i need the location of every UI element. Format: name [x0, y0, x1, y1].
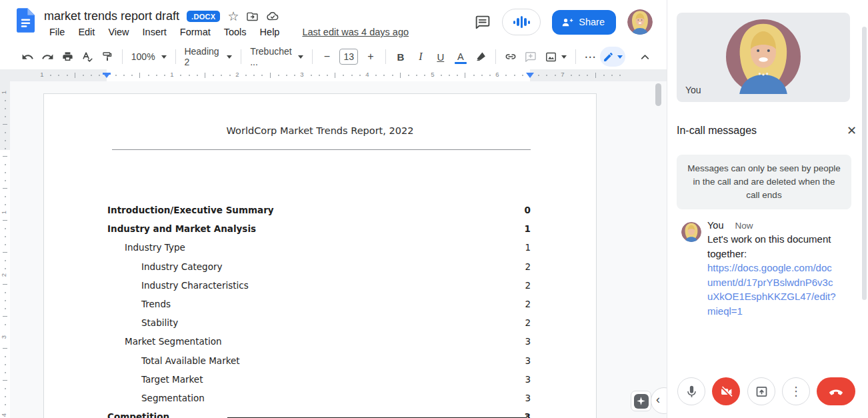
- toc-label: Trends: [141, 299, 171, 309]
- paragraph-style-select[interactable]: Heading 2: [180, 48, 236, 65]
- more-tools-button[interactable]: ⋯: [581, 48, 599, 65]
- toc-row[interactable]: Industry and Market Analysis1: [107, 223, 531, 237]
- ruler-tick: [180, 75, 181, 76]
- toc-row[interactable]: Industry Type1: [107, 242, 531, 255]
- menu-tools[interactable]: Tools: [224, 27, 247, 37]
- menu-help[interactable]: Help: [260, 27, 280, 37]
- ruler-tick: [5, 164, 6, 165]
- toc-row[interactable]: Target Market3: [107, 374, 531, 387]
- toc-row[interactable]: Stability2: [107, 317, 531, 331]
- menu-file[interactable]: File: [49, 27, 65, 37]
- comment-history-icon[interactable]: [474, 14, 491, 31]
- document-page[interactable]: WorldCorp Market Trends Report, 2022 Int…: [43, 93, 597, 418]
- camera-off-button[interactable]: [712, 377, 740, 405]
- document-link-line[interactable]: https://docs.google.com/doc: [707, 261, 857, 275]
- undo-button[interactable]: [19, 48, 36, 65]
- toc-row[interactable]: Total Available Market3: [107, 355, 531, 369]
- italic-button[interactable]: I: [412, 48, 429, 65]
- side-panel-collapse-tab[interactable]: ‹: [651, 387, 667, 414]
- message-avatar: [681, 222, 701, 242]
- star-icon[interactable]: ☆: [227, 10, 239, 23]
- ruler-tick: [3, 284, 7, 285]
- ruler-tick: [5, 100, 6, 101]
- join-call-button[interactable]: [502, 9, 541, 35]
- toc-row[interactable]: Segmentation3: [107, 393, 531, 406]
- toc-row[interactable]: Competition3: [107, 411, 531, 418]
- present-screen-button[interactable]: [747, 377, 775, 405]
- add-comment-button[interactable]: [522, 48, 539, 65]
- horizontal-ruler[interactable]: 11234567: [10, 69, 667, 81]
- ruler-tick: [5, 308, 6, 309]
- ruler-tick: [5, 372, 6, 373]
- vertical-ruler[interactable]: 11234: [0, 81, 10, 418]
- toc-row[interactable]: Industry Category2: [107, 261, 531, 275]
- ruler-tick: [5, 108, 6, 109]
- message-author: You: [707, 220, 723, 231]
- panel-title: In-call messages: [677, 125, 757, 137]
- document-scrollbar[interactable]: [655, 83, 661, 106]
- document-link-line[interactable]: uXkOE1EsphKKZGL47/edit?: [707, 289, 857, 304]
- hide-menus-button[interactable]: [636, 48, 653, 65]
- font-select[interactable]: Trebuchet ...: [246, 48, 307, 65]
- ruler-tick: [400, 73, 401, 78]
- chevron-down-icon: [561, 55, 567, 59]
- insert-link-button[interactable]: [502, 48, 519, 65]
- increase-font-button[interactable]: +: [362, 48, 379, 65]
- redo-button[interactable]: [39, 48, 56, 65]
- underline-button[interactable]: U: [432, 48, 449, 65]
- document-link-line[interactable]: mieql=1: [707, 304, 857, 319]
- zoom-select[interactable]: 100%: [127, 48, 171, 65]
- share-button[interactable]: Share: [552, 10, 616, 35]
- self-video-tile[interactable]: You: [677, 13, 850, 102]
- present-screen-icon: [755, 385, 769, 399]
- print-button[interactable]: [59, 48, 76, 65]
- end-call-button[interactable]: [817, 377, 855, 405]
- font-size-input[interactable]: 13: [339, 49, 358, 65]
- ruler-tick: [139, 73, 140, 78]
- move-folder-icon[interactable]: [246, 10, 259, 23]
- toc-row[interactable]: Trends2: [107, 299, 531, 312]
- menu-insert[interactable]: Insert: [143, 27, 167, 37]
- ruler-tick: [449, 75, 450, 76]
- paint-format-button[interactable]: [99, 48, 116, 65]
- account-avatar[interactable]: [627, 9, 653, 35]
- document-title[interactable]: market trends report draft: [44, 9, 179, 23]
- microphone-icon: [685, 385, 699, 399]
- message-text: Let's work on this documenttogether:: [707, 232, 857, 261]
- document-link-line[interactable]: ument/d/17prYBslwdnP6v3c: [707, 275, 857, 290]
- decrease-font-button[interactable]: −: [318, 48, 335, 65]
- microphone-button[interactable]: [677, 377, 705, 405]
- bold-button[interactable]: B: [392, 48, 409, 65]
- docs-logo-icon[interactable]: [17, 8, 35, 33]
- highlight-button[interactable]: [472, 48, 489, 65]
- ruler-tick: [408, 75, 409, 76]
- left-indent-marker[interactable]: [103, 73, 111, 78]
- spellcheck-button[interactable]: [79, 48, 96, 65]
- more-options-button[interactable]: ⋮: [782, 377, 810, 405]
- text-color-button[interactable]: A: [452, 48, 469, 65]
- panel-scrollbar[interactable]: [862, 27, 867, 300]
- explore-button[interactable]: [631, 391, 651, 411]
- menu-format[interactable]: Format: [180, 27, 211, 37]
- close-icon[interactable]: ✕: [844, 122, 859, 139]
- toc-label: Stability: [141, 317, 178, 328]
- menu-bar: FileEditViewInsertFormatToolsHelp Last e…: [49, 27, 409, 37]
- toc-row[interactable]: Introduction/Executive Summary0: [107, 205, 531, 218]
- document-heading[interactable]: WorldCorp Market Trends Report, 2022: [44, 125, 596, 136]
- cloud-status-icon[interactable]: [266, 9, 279, 23]
- editing-mode-button[interactable]: [600, 47, 625, 67]
- toc-row[interactable]: Industry Characteristics2: [107, 280, 531, 293]
- ruler-tick: [319, 75, 320, 76]
- ruler-tick: [457, 75, 458, 76]
- menu-view[interactable]: View: [108, 27, 129, 37]
- last-edit-link[interactable]: Last edit was 4 days ago: [302, 27, 409, 37]
- ruler-tick: [123, 75, 125, 76]
- document-canvas[interactable]: 11234 WorldCorp Market Trends Report, 20…: [0, 81, 667, 418]
- menu-edit[interactable]: Edit: [78, 27, 95, 37]
- title-row: market trends report draft .DOCX ☆: [44, 7, 279, 25]
- toc-row[interactable]: Market Segmentation3: [107, 336, 531, 349]
- ruler-tick: [197, 75, 198, 76]
- document-link[interactable]: https://docs.google.com/document/d/17prY…: [707, 261, 857, 318]
- right-indent-marker[interactable]: [526, 73, 534, 78]
- insert-image-button[interactable]: [541, 48, 571, 65]
